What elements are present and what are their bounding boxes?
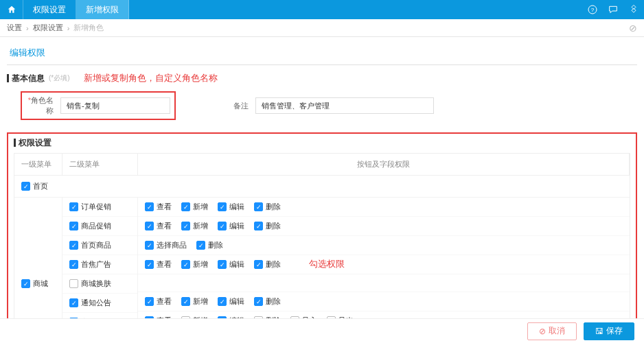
perm-btns-row: ✓查看✓新增✓编辑✓删除	[138, 255, 630, 274]
topbar-tab[interactable]: 权限设置	[23, 0, 76, 19]
permission-checkbox[interactable]: ✓订单促销	[69, 202, 111, 212]
permission-checkbox[interactable]: 商城换肤	[69, 279, 111, 289]
chat-button[interactable]	[603, 0, 623, 19]
remark-label: 备注	[217, 101, 255, 111]
perm-l2-cell: ✓订单促销	[62, 198, 137, 217]
permission-checkbox[interactable]: ✓首页商品	[69, 240, 111, 250]
permission-heading: 权限设置	[14, 139, 51, 147]
perm-l2-cell: ✓商品促销	[62, 217, 137, 236]
cancel-button[interactable]: ⊘ 取消	[527, 322, 577, 340]
help-icon: ?	[587, 4, 598, 15]
permission-checkbox[interactable]: ✓新增	[181, 296, 208, 307]
home-button[interactable]	[0, 0, 23, 19]
permission-checkbox[interactable]: ✓编辑	[218, 296, 244, 307]
permission-checkbox[interactable]: ✓查看	[145, 221, 172, 231]
perm-l2-cell: ✓首焦广告	[62, 255, 137, 274]
topbar: 权限设置新增权限 ?	[0, 0, 644, 19]
col-level2: 二级菜单	[62, 154, 138, 175]
role-name-label: *角色名称	[22, 95, 60, 116]
perm-btns-row	[138, 274, 630, 292]
role-name-field: *角色名称	[21, 91, 176, 120]
breadcrumb-item[interactable]: 设置	[7, 23, 22, 33]
topbar-tab[interactable]: 新增权限	[76, 0, 129, 19]
save-button[interactable]: 🖫 保存	[584, 322, 634, 340]
save-icon: 🖫	[595, 327, 603, 336]
permission-checkbox[interactable]: ✓删除	[196, 240, 223, 250]
basic-info-heading: 基本信息	[7, 74, 45, 82]
permission-checkbox[interactable]: ✓删除	[254, 296, 281, 307]
cancel-icon: ⊘	[539, 327, 546, 336]
annotation-check-permission: 勾选权限	[309, 258, 345, 270]
breadcrumb-item[interactable]: 权限设置	[33, 23, 63, 33]
perm-btns-row: ✓查看✓新增✓编辑✓删除	[138, 217, 630, 236]
permission-checkbox[interactable]: ✓首焦广告	[69, 259, 111, 270]
perm-table-header: 一级菜单 二级菜单 按钮及字段权限	[14, 153, 630, 176]
close-icon[interactable]: ⊘	[629, 23, 637, 34]
permission-checkbox[interactable]: ✓首页	[21, 181, 48, 191]
permission-checkbox[interactable]: ✓编辑	[218, 259, 244, 270]
remark-field: 备注	[217, 97, 434, 114]
role-name-input[interactable]	[60, 97, 170, 114]
perm-row: ✓首页	[14, 176, 630, 198]
perm-btns-row: ✓查看✓新增✓编辑✓删除	[138, 292, 630, 311]
chat-icon	[608, 4, 619, 15]
permission-checkbox[interactable]: ✓删除	[254, 202, 281, 212]
breadcrumb-item: 新增角色	[73, 23, 104, 33]
permission-checkbox[interactable]: ✓编辑	[218, 221, 244, 231]
perm-l2-cell: 商城换肤	[62, 274, 137, 294]
help-button[interactable]: ?	[582, 0, 603, 19]
perm-btns-row: ✓选择商品✓删除	[138, 236, 630, 255]
perm-l2-cell: ✓首页商品	[62, 236, 137, 255]
footer-action-bar: ⊘ 取消 🖫 保存	[0, 318, 644, 343]
permission-checkbox[interactable]: ✓删除	[254, 259, 281, 270]
col-buttons: 按钮及字段权限	[138, 154, 630, 175]
remark-input[interactable]	[255, 97, 434, 114]
perm-l2-cell: ✓通知公告	[62, 294, 137, 313]
page-title: 编辑权限	[7, 43, 637, 65]
svg-text:?: ?	[591, 7, 595, 13]
permission-checkbox[interactable]: ✓查看	[145, 296, 172, 307]
apps-button[interactable]	[623, 0, 644, 19]
perm-btns-row: ✓查看✓新增✓编辑✓删除	[138, 198, 630, 217]
apps-icon	[628, 3, 640, 16]
permission-checkbox[interactable]: ✓商城	[21, 279, 48, 289]
permission-checkbox[interactable]: ✓查看	[145, 202, 172, 212]
permission-checkbox[interactable]: ✓新增	[181, 202, 208, 212]
permission-checkbox[interactable]: ✓选择商品	[145, 240, 187, 250]
required-hint: (*必填)	[49, 73, 70, 83]
permission-checkbox[interactable]: ✓新增	[181, 259, 208, 270]
home-icon	[7, 5, 16, 14]
annotation-role-name: 新增或复制角色，自定义角色名称	[84, 72, 218, 84]
col-level1: 一级菜单	[14, 154, 62, 175]
permission-checkbox[interactable]: ✓编辑	[218, 202, 244, 212]
permission-checkbox[interactable]: ✓商品促销	[69, 221, 111, 231]
permission-checkbox[interactable]: ✓通知公告	[69, 298, 111, 308]
permission-checkbox[interactable]: ✓查看	[145, 259, 172, 270]
permission-checkbox[interactable]: ✓删除	[254, 221, 281, 231]
permission-checkbox[interactable]: ✓新增	[181, 221, 208, 231]
breadcrumb: 设置 › 权限设置 › 新增角色 ⊘	[0, 19, 644, 37]
